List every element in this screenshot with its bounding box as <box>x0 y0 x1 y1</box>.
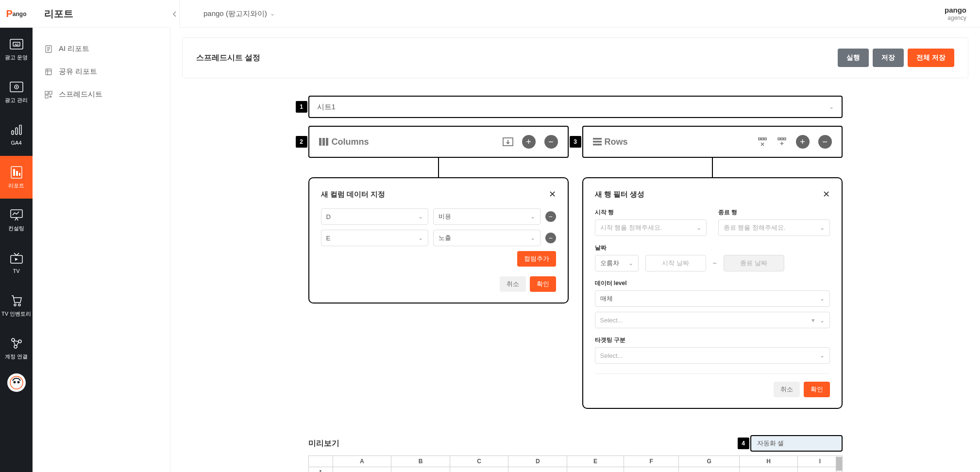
cell[interactable] <box>624 467 679 472</box>
preview-table: A B C D E F G H I 1 <box>308 455 843 472</box>
svg-rect-32 <box>593 138 602 140</box>
nav-ga4[interactable]: GA4 <box>0 113 33 156</box>
cell[interactable] <box>739 467 798 472</box>
save-button[interactable]: 저장 <box>873 49 904 67</box>
col-header[interactable]: F <box>624 456 679 467</box>
save-all-button[interactable]: 전체 저장 <box>908 49 954 67</box>
nav-ad-management[interactable]: 광고 관리 <box>0 70 33 113</box>
add-row-icon[interactable]: + <box>796 135 810 149</box>
cell[interactable] <box>508 467 567 472</box>
column-letter-select[interactable]: E⌄ <box>321 230 428 246</box>
col-header[interactable]: C <box>450 456 508 467</box>
rows-title: Rows <box>605 137 628 147</box>
menu-spreadsheet[interactable]: 스프레드시트 <box>33 83 170 106</box>
column-letter-select[interactable]: D⌄ <box>321 208 428 225</box>
date-label: 날짜 <box>595 244 830 252</box>
rows-panel-header: Rows + − <box>582 126 843 158</box>
menu-label: 공유 리포트 <box>59 67 97 76</box>
nav-label: 계정 연결 <box>5 353 28 360</box>
share-icon <box>44 67 53 76</box>
import-icon[interactable] <box>503 137 513 146</box>
scrollbar-thumb[interactable] <box>836 457 842 471</box>
columns-title: Columns <box>332 137 369 147</box>
menu-ai-report[interactable]: AI 리포트 <box>33 37 170 60</box>
cell[interactable] <box>679 467 739 472</box>
start-row-select[interactable]: 시작 행을 정해주세요.⌄ <box>595 219 707 236</box>
cancel-button[interactable]: 취소 <box>774 382 800 397</box>
columns-icon <box>319 138 329 146</box>
nav-consulting[interactable]: 컨설팅 <box>0 199 33 241</box>
svg-text:AD: AD <box>14 43 18 46</box>
row-header[interactable]: 1 <box>308 467 333 472</box>
add-column-icon[interactable]: + <box>522 135 536 149</box>
col-header[interactable]: A <box>333 456 391 467</box>
nav-label: 컨설팅 <box>8 225 24 232</box>
nav-report[interactable]: 리포트 <box>0 156 33 199</box>
close-icon[interactable]: ✕ <box>823 189 830 200</box>
confirm-button[interactable]: 확인 <box>804 382 830 397</box>
workspace-selector[interactable]: pango (팡고지와이) ⌄ <box>203 9 275 18</box>
svg-rect-24 <box>46 69 51 75</box>
data-level-select[interactable]: 매체⌄ <box>595 290 830 307</box>
svg-rect-28 <box>319 138 321 146</box>
user-badge[interactable]: pango agency <box>945 6 966 21</box>
svg-rect-25 <box>45 91 48 94</box>
svg-rect-30 <box>326 138 328 146</box>
targeting-select[interactable]: Select...⌄ <box>595 347 830 364</box>
remove-column-icon[interactable]: − <box>544 135 558 149</box>
columns-popover: 새 컬럼 데이터 지정 ✕ D⌄ 비용⌄ − E⌄ 노출⌄ − 컬럼추가 <box>308 177 569 303</box>
svg-rect-29 <box>322 138 325 146</box>
svg-point-15 <box>14 304 16 306</box>
avatar[interactable] <box>7 373 26 392</box>
confirm-button[interactable]: 확인 <box>530 276 556 292</box>
data-level-value-select[interactable]: Select...▾⌄ <box>595 312 830 328</box>
remove-row-icon[interactable]: − <box>545 211 556 222</box>
sheet-select[interactable]: 시트1 ⌄ <box>308 96 843 118</box>
column-metric-select[interactable]: 노출⌄ <box>433 230 541 246</box>
connector-line <box>712 158 713 177</box>
cell[interactable] <box>333 467 391 472</box>
end-row-select[interactable]: 종료 행을 정해주세요.⌄ <box>718 219 830 236</box>
sort-order-select[interactable]: 오름차⌄ <box>595 255 639 271</box>
menu-shared-report[interactable]: 공유 리포트 <box>33 60 170 83</box>
cell[interactable] <box>450 467 508 472</box>
insert-row-icon[interactable] <box>777 137 787 146</box>
column-metric-select[interactable]: 비용⌄ <box>433 208 541 225</box>
col-header[interactable]: G <box>679 456 739 467</box>
columns-panel-header: Columns + − <box>308 126 569 158</box>
chevron-down-icon: ⌄ <box>270 10 275 17</box>
secondary-sidebar: 리포트 AI 리포트 공유 리포트 스프레드시트 <box>33 0 170 472</box>
presentation-icon <box>10 208 23 222</box>
svg-rect-40 <box>784 138 786 140</box>
start-date-input[interactable]: 시작 날짜 <box>645 255 706 271</box>
run-button[interactable]: 실행 <box>838 49 869 67</box>
rows-panel: 3 Rows + − 새 행 필터 생성 <box>582 126 843 409</box>
col-header[interactable]: H <box>739 456 798 467</box>
chevron-down-icon: ⌄ <box>530 235 535 241</box>
tilde-separator: ~ <box>713 259 717 267</box>
add-column-row-button[interactable]: 컬럼추가 <box>517 251 556 267</box>
cancel-button[interactable]: 취소 <box>500 276 526 292</box>
delete-row-icon[interactable] <box>757 137 768 146</box>
svg-rect-33 <box>593 141 602 143</box>
nav-ad-operation[interactable]: AD 광고 운영 <box>0 28 33 70</box>
sheet-select-value: 시트1 <box>317 102 336 112</box>
col-header[interactable]: B <box>391 456 450 467</box>
vertical-scrollbar[interactable] <box>836 455 843 472</box>
col-header[interactable]: D <box>508 456 567 467</box>
nav-tv[interactable]: TV <box>0 241 33 284</box>
rows-popover-title: 새 행 필터 생성 <box>595 190 645 199</box>
nav-account-link[interactable]: 계정 연결 <box>0 327 33 370</box>
cell[interactable] <box>567 467 624 472</box>
filter-icon: ▾ <box>811 317 815 324</box>
cell[interactable] <box>391 467 450 472</box>
svg-rect-39 <box>781 138 783 140</box>
svg-point-5 <box>16 86 17 87</box>
close-icon[interactable]: ✕ <box>549 189 556 200</box>
collapse-sidebar-button[interactable] <box>170 0 180 28</box>
brand-logo: Pango <box>0 0 33 28</box>
remove-row-panel-icon[interactable]: − <box>818 135 832 149</box>
remove-row-icon[interactable]: − <box>545 233 556 243</box>
col-header[interactable]: E <box>567 456 624 467</box>
nav-tv-inventory[interactable]: TV 인벤토리 <box>0 284 33 327</box>
